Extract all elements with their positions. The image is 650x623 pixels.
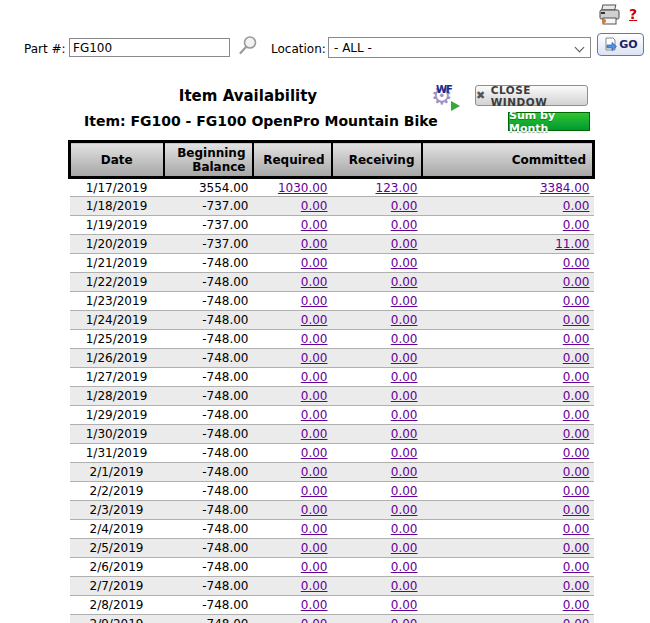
- required-link[interactable]: 0.00: [301, 389, 328, 403]
- committed-link[interactable]: 0.00: [563, 427, 590, 441]
- receiving-link[interactable]: 0.00: [391, 617, 418, 623]
- location-select[interactable]: - ALL -: [328, 37, 591, 58]
- committed-link[interactable]: 0.00: [563, 617, 590, 623]
- committed-link[interactable]: 0.00: [563, 408, 590, 422]
- required-link[interactable]: 0.00: [301, 313, 328, 327]
- date-cell: 2/4/2019: [70, 520, 164, 539]
- required-cell: 0.00: [253, 349, 332, 368]
- required-link[interactable]: 0.00: [301, 598, 328, 612]
- required-link[interactable]: 0.00: [301, 484, 328, 498]
- receiving-link[interactable]: 0.00: [391, 218, 418, 232]
- receiving-link[interactable]: 0.00: [391, 541, 418, 555]
- committed-link[interactable]: 0.00: [563, 370, 590, 384]
- date-cell: 1/26/2019: [70, 349, 164, 368]
- committed-link[interactable]: 0.00: [563, 275, 590, 289]
- committed-link[interactable]: 0.00: [563, 256, 590, 270]
- table-row: 1/27/2019-748.000.000.000.00: [70, 368, 594, 387]
- receiving-cell: 0.00: [332, 615, 422, 623]
- receiving-link[interactable]: 0.00: [391, 237, 418, 251]
- committed-link[interactable]: 0.00: [563, 294, 590, 308]
- receiving-link[interactable]: 123.00: [376, 181, 418, 195]
- required-link[interactable]: 0.00: [301, 218, 328, 232]
- required-link[interactable]: 0.00: [301, 237, 328, 251]
- committed-link[interactable]: 0.00: [563, 503, 590, 517]
- receiving-link[interactable]: 0.00: [391, 351, 418, 365]
- committed-link[interactable]: 0.00: [563, 446, 590, 460]
- receiving-link[interactable]: 0.00: [391, 199, 418, 213]
- close-window-button[interactable]: ✖ CLOSE WINDOW: [475, 85, 588, 106]
- date-cell: 2/6/2019: [70, 558, 164, 577]
- required-link[interactable]: 0.00: [301, 522, 328, 536]
- receiving-link[interactable]: 0.00: [391, 332, 418, 346]
- required-link[interactable]: 0.00: [301, 275, 328, 289]
- committed-link[interactable]: 0.00: [563, 579, 590, 593]
- part-number-input[interactable]: [69, 38, 230, 57]
- search-icon[interactable]: [237, 35, 258, 56]
- print-button[interactable]: [597, 4, 623, 26]
- required-link[interactable]: 0.00: [301, 446, 328, 460]
- receiving-link[interactable]: 0.00: [391, 389, 418, 403]
- receiving-link[interactable]: 0.00: [391, 427, 418, 441]
- committed-link[interactable]: 0.00: [563, 332, 590, 346]
- committed-cell: 3384.00: [422, 178, 594, 197]
- required-link[interactable]: 0.00: [301, 427, 328, 441]
- required-link[interactable]: 0.00: [301, 332, 328, 346]
- committed-link[interactable]: 0.00: [563, 313, 590, 327]
- committed-link[interactable]: 0.00: [563, 598, 590, 612]
- required-link[interactable]: 0.00: [301, 579, 328, 593]
- receiving-link[interactable]: 0.00: [391, 256, 418, 270]
- committed-link[interactable]: 0.00: [563, 541, 590, 555]
- table-row: 2/5/2019-748.000.000.000.00: [70, 539, 594, 558]
- committed-link[interactable]: 0.00: [563, 465, 590, 479]
- receiving-link[interactable]: 0.00: [391, 560, 418, 574]
- sum-by-month-button[interactable]: Sum by Month: [508, 112, 590, 131]
- receiving-link[interactable]: 0.00: [391, 503, 418, 517]
- required-link[interactable]: 0.00: [301, 465, 328, 479]
- workflow-icon[interactable]: ⚙ WF: [431, 83, 459, 111]
- receiving-link[interactable]: 0.00: [391, 465, 418, 479]
- committed-link[interactable]: 11.00: [555, 237, 589, 251]
- required-link[interactable]: 1030.00: [278, 181, 328, 195]
- required-link[interactable]: 0.00: [301, 351, 328, 365]
- receiving-link[interactable]: 0.00: [391, 579, 418, 593]
- committed-link[interactable]: 0.00: [563, 199, 590, 213]
- committed-link[interactable]: 0.00: [563, 351, 590, 365]
- receiving-link[interactable]: 0.00: [391, 408, 418, 422]
- receiving-cell: 0.00: [332, 235, 422, 254]
- committed-link[interactable]: 0.00: [563, 522, 590, 536]
- help-link[interactable]: ?: [629, 6, 637, 22]
- required-link[interactable]: 0.00: [301, 370, 328, 384]
- required-link[interactable]: 0.00: [301, 408, 328, 422]
- committed-link[interactable]: 0.00: [563, 218, 590, 232]
- required-link[interactable]: 0.00: [301, 199, 328, 213]
- required-cell: 0.00: [253, 615, 332, 623]
- committed-link[interactable]: 3384.00: [540, 181, 590, 195]
- receiving-link[interactable]: 0.00: [391, 275, 418, 289]
- committed-link[interactable]: 0.00: [563, 389, 590, 403]
- receiving-link[interactable]: 0.00: [391, 294, 418, 308]
- date-cell: 2/3/2019: [70, 501, 164, 520]
- required-link[interactable]: 0.00: [301, 294, 328, 308]
- required-link[interactable]: 0.00: [301, 541, 328, 555]
- committed-link[interactable]: 0.00: [563, 560, 590, 574]
- receiving-link[interactable]: 0.00: [391, 370, 418, 384]
- receiving-link[interactable]: 0.00: [391, 446, 418, 460]
- receiving-link[interactable]: 0.00: [391, 484, 418, 498]
- date-cell: 2/9/2019: [70, 615, 164, 623]
- date-cell: 1/29/2019: [70, 406, 164, 425]
- required-link[interactable]: 0.00: [301, 503, 328, 517]
- receiving-link[interactable]: 0.00: [391, 313, 418, 327]
- availability-table: Date Beginning Balance Required Receivin…: [68, 140, 595, 623]
- beginning-balance-cell: -748.00: [164, 539, 253, 558]
- column-header-committed: Committed: [422, 142, 594, 178]
- receiving-cell: 0.00: [332, 330, 422, 349]
- required-link[interactable]: 0.00: [301, 256, 328, 270]
- required-link[interactable]: 0.00: [301, 617, 328, 623]
- required-link[interactable]: 0.00: [301, 560, 328, 574]
- receiving-link[interactable]: 0.00: [391, 522, 418, 536]
- go-button[interactable]: GO: [597, 33, 644, 56]
- committed-cell: 0.00: [422, 463, 594, 482]
- table-row: 1/28/2019-748.000.000.000.00: [70, 387, 594, 406]
- committed-link[interactable]: 0.00: [563, 484, 590, 498]
- receiving-link[interactable]: 0.00: [391, 598, 418, 612]
